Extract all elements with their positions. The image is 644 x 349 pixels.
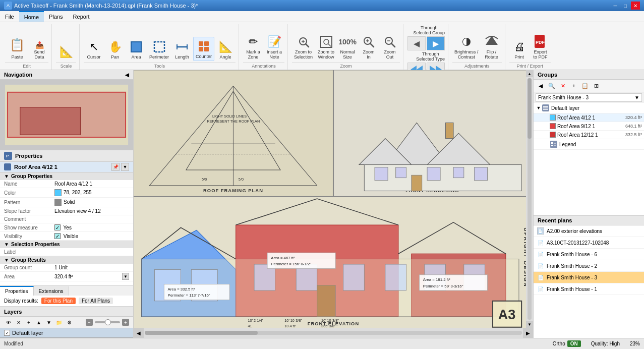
plan-item-fsh6[interactable]: 📄 Frank Smith House - 6 bbox=[534, 249, 644, 260]
groups-toolbar: ◀ 🔍 ✕ + 📋 ⊞ bbox=[534, 80, 644, 92]
length-button[interactable]: Length bbox=[172, 38, 192, 61]
navigation-collapse-button[interactable]: ◀ bbox=[125, 72, 129, 78]
groups-copy-button[interactable]: 📋 bbox=[580, 81, 590, 91]
navigation-thumbnail[interactable] bbox=[0, 80, 133, 150]
tree-expand-icon[interactable]: ▼ bbox=[536, 105, 542, 111]
prop-comment-label: Comment bbox=[4, 216, 54, 222]
area-button[interactable]: Area bbox=[126, 38, 146, 61]
tree-expand-roof-12-12[interactable] bbox=[544, 132, 550, 138]
menu-file[interactable]: File bbox=[0, 11, 19, 22]
scroll-down-button[interactable]: ▼ bbox=[526, 321, 533, 328]
pan-button[interactable]: ✋ Pan bbox=[105, 38, 125, 61]
zoom-out-button[interactable]: ZoomOut bbox=[380, 33, 400, 61]
layer-folder-button[interactable]: 📁 bbox=[54, 318, 64, 327]
close-button[interactable]: ✕ bbox=[631, 2, 640, 10]
ortho-button[interactable]: ON bbox=[567, 340, 581, 347]
layer-move-down-button[interactable]: ▼ bbox=[44, 318, 53, 327]
prop-area-expand[interactable]: ▼ bbox=[122, 273, 129, 280]
tree-item-roof-9-12[interactable]: Roof Area 9/12 1 648.1 ft² bbox=[534, 122, 644, 131]
prop-expand-button[interactable]: ▼ bbox=[121, 163, 129, 171]
prop-visibility-check[interactable]: ✓ bbox=[54, 233, 61, 239]
layer-settings-button[interactable]: ⚙ bbox=[65, 318, 74, 327]
status-bar: Modified Ortho ON Quality: High 23% bbox=[0, 338, 644, 349]
plan-item-a310[interactable]: 📄 A3.10CT-20131227-102048 bbox=[534, 237, 644, 249]
group-properties-section[interactable]: ▼Group Properties bbox=[0, 172, 133, 180]
navigation-title: Navigation bbox=[4, 72, 32, 78]
angle-button[interactable]: 📐 Angle bbox=[215, 38, 236, 61]
browse-next-group[interactable]: ▶ bbox=[427, 36, 445, 50]
v-scroll-track[interactable] bbox=[528, 78, 532, 320]
tree-roof-4-12-value: 320.4 ft² bbox=[625, 115, 642, 120]
for-this-plan-button[interactable]: For this Plan bbox=[41, 298, 76, 304]
plan-item-fsh1[interactable]: 📄 Frank Smith House - 1 bbox=[534, 283, 644, 295]
groups-expand-button[interactable]: ⊞ bbox=[591, 81, 601, 91]
print-button[interactable]: 🖨 Print bbox=[509, 38, 530, 61]
tree-expand-roof-4-12[interactable] bbox=[544, 114, 550, 121]
tree-expand-roof-9-12[interactable] bbox=[544, 123, 550, 129]
groups-delete-button[interactable]: ✕ bbox=[558, 81, 568, 91]
for-all-plans-button[interactable]: For All Plans bbox=[79, 298, 113, 304]
zoom-plus-button[interactable]: + bbox=[122, 319, 129, 326]
cursor-button[interactable]: ↖ Cursor bbox=[84, 38, 104, 61]
title-bar-controls[interactable]: ─ □ ✕ bbox=[611, 2, 640, 10]
flip-rotate-button[interactable]: Flip /Rotate bbox=[482, 33, 502, 61]
plan-fsh6-label: Frank Smith House - 6 bbox=[547, 252, 597, 257]
layer-visibility-button[interactable]: 👁 bbox=[4, 318, 13, 327]
normal-size-button[interactable]: 100% NormalSize bbox=[337, 33, 358, 61]
selection-properties-section[interactable]: ▼Selection Properties bbox=[0, 241, 133, 248]
browse-prev-group[interactable]: ◀ bbox=[407, 36, 426, 50]
tree-expand-legend[interactable] bbox=[544, 141, 550, 147]
layer-add-button[interactable]: + bbox=[24, 318, 33, 327]
export-pdf-button[interactable]: PDF Exportto PDF bbox=[531, 33, 551, 61]
layer-default-checkbox[interactable]: ✓ bbox=[4, 330, 10, 336]
menu-home[interactable]: Home bbox=[19, 11, 44, 22]
minimize-button[interactable]: ─ bbox=[611, 2, 620, 10]
zoom-slider[interactable] bbox=[95, 321, 120, 323]
project-dropdown[interactable]: Frank Smith House - 3 ▼ bbox=[536, 93, 642, 102]
prop-show-measure-check[interactable]: ✓ bbox=[54, 224, 61, 230]
insert-note-button[interactable]: 📝 Insert aNote bbox=[264, 33, 284, 61]
groups-back-button[interactable]: ◀ bbox=[536, 81, 546, 91]
plan-item-a200[interactable]: 📄 A2.00 exterior elevations bbox=[534, 225, 644, 237]
tree-item-roof-4-12[interactable]: Roof Area 4/12 1 320.4 ft² bbox=[534, 113, 644, 122]
scroll-left-button[interactable]: ◀ bbox=[134, 328, 144, 338]
vertical-scrollbar[interactable]: ▲ ▼ bbox=[526, 70, 533, 328]
plan-item-fsh2[interactable]: 📄 Frank Smith House - 2 bbox=[534, 260, 644, 272]
h-scroll-track[interactable] bbox=[145, 331, 522, 335]
scroll-up-button[interactable]: ▲ bbox=[526, 70, 533, 77]
plan-item-fsh3[interactable]: 📄 Frank Smith House - 3 bbox=[534, 272, 644, 283]
brightness-button[interactable]: Brightness /Contrast bbox=[452, 33, 481, 61]
layer-default[interactable]: ✓ Default layer bbox=[0, 328, 133, 338]
zoom-in-button[interactable]: ZoomIn bbox=[359, 33, 379, 61]
tree-item-roof-12-12[interactable]: Roof Area 12/12 1 332.5 ft² bbox=[534, 131, 644, 139]
groups-search-button[interactable]: 🔍 bbox=[547, 81, 557, 91]
group-results-section[interactable]: ▼Group Results bbox=[0, 256, 133, 264]
zoom-selection-button[interactable]: Zoom toSelection bbox=[292, 33, 315, 61]
scale-button[interactable]: 📐 bbox=[56, 43, 76, 61]
mark-zone-button[interactable]: ✏ Mark aZone bbox=[243, 33, 263, 61]
tree-item-default-layer[interactable]: ▼ Default layer bbox=[534, 103, 644, 113]
scroll-right-button[interactable]: ▶ bbox=[523, 328, 533, 338]
layer-move-up-button[interactable]: ▲ bbox=[34, 318, 43, 327]
send-data-button[interactable]: 📤 SendData bbox=[30, 39, 48, 61]
tab-extensions[interactable]: Extensions bbox=[34, 286, 69, 296]
prop-pin-button[interactable]: 📌 bbox=[111, 163, 120, 171]
horizontal-scrollbar[interactable]: ◀ ▶ bbox=[134, 328, 533, 338]
paste-button[interactable]: 📋 Paste bbox=[5, 34, 29, 61]
tab-properties[interactable]: Properties bbox=[0, 286, 34, 296]
zoom-out-label: ZoomOut bbox=[384, 50, 396, 60]
v-scroll-thumb[interactable] bbox=[528, 78, 532, 139]
menu-report[interactable]: Report bbox=[68, 11, 95, 22]
layer-delete-button[interactable]: ✕ bbox=[14, 318, 23, 327]
zoom-minus-button[interactable]: − bbox=[86, 319, 93, 326]
counter-button[interactable]: Counter bbox=[193, 37, 214, 61]
perimeter-button[interactable]: Perimeter bbox=[147, 38, 171, 61]
prop-visibility-row: Visibility ✓ Visible bbox=[0, 232, 133, 241]
groups-add-button[interactable]: + bbox=[569, 81, 579, 91]
menu-plans[interactable]: Plans bbox=[44, 11, 68, 22]
canvas-area[interactable]: ROOF FRAMING PLAN 5/0 5/0 LIGHT SOLID LI… bbox=[134, 70, 533, 338]
h-scroll-thumb[interactable] bbox=[145, 331, 258, 335]
zoom-window-button[interactable]: Zoom toWindow bbox=[316, 33, 336, 61]
maximize-button[interactable]: □ bbox=[621, 2, 630, 10]
tree-item-legend[interactable]: Legend bbox=[534, 139, 644, 150]
